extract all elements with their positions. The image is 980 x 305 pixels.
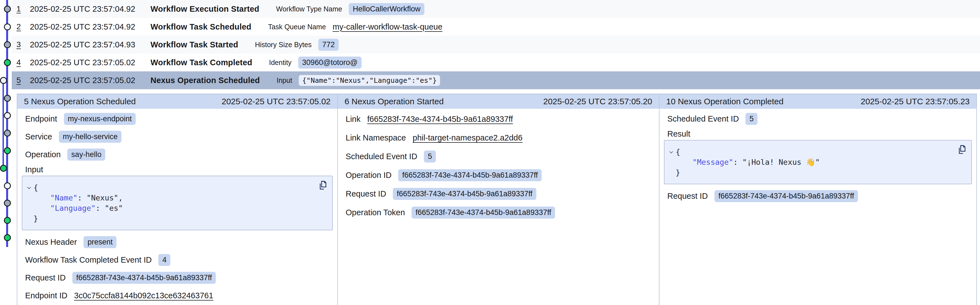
panel-nexus-operation-completed: 10 Nexus Operation Completed 2025-02-25 … [659, 94, 977, 305]
timeline-event-dot[interactable] [4, 217, 11, 224]
field-service: Service my-hello-service [25, 128, 329, 145]
field-label: Link [346, 115, 360, 124]
field-value-badge: f665283f-743e-4374-b45b-9a61a89337ff [72, 272, 216, 284]
panel-title: 6 Nexus Operation Started [345, 97, 444, 106]
field-label: Endpoint [25, 114, 57, 123]
field-value-badge: 5 [746, 113, 757, 125]
event-timestamp: 2025-02-25 UTC 23:57:05.02 [30, 58, 147, 67]
link-value[interactable]: f665283f-743e-4374-b45b-9a61a89337ff [367, 115, 513, 124]
timeline-event-dot[interactable] [4, 6, 11, 13]
timeline-event-dot[interactable] [4, 200, 11, 207]
result-json-viewer: { "Message": "¡Hola! Nexus 👋" } [664, 140, 972, 184]
event-id-link[interactable]: 1 [16, 5, 26, 13]
event-input-json-badge: {"Name":"Nexus","Language":"es"} [299, 75, 440, 86]
panel-header: 5 Nexus Operation Scheduled 2025-02-25 U… [18, 94, 337, 109]
result-section-label: Result [667, 128, 969, 140]
event-name: Workflow Task Scheduled [151, 22, 251, 32]
event-timestamp: 2025-02-25 UTC 23:57:04.92 [30, 22, 147, 32]
timeline-event-dot[interactable] [4, 182, 11, 189]
event-name: Workflow Task Started [151, 40, 238, 49]
link-namespace-link[interactable]: phil-target-namespace2.a2dd6 [413, 133, 522, 142]
event-row-2[interactable]: 2 2025-02-25 UTC 23:57:04.92 Workflow Ta… [12, 18, 980, 36]
field-label: Nexus Header [25, 237, 77, 247]
copy-icon[interactable] [957, 144, 967, 156]
field-operation-id: Operation ID f665283f-743e-4374-b45b-9a6… [346, 166, 651, 185]
timeline-event-dot[interactable] [4, 130, 11, 137]
field-nexus-header: Nexus Header present [25, 233, 329, 251]
event-attr-label: History Size Bytes [255, 41, 312, 49]
timeline-event-dot[interactable] [0, 165, 7, 172]
event-row-5-selected[interactable]: 5 2025-02-25 UTC 23:57:05.02 Nexus Opera… [12, 71, 980, 89]
event-attr-label: Input [277, 76, 292, 84]
field-label: Service [25, 132, 52, 141]
json-brace: } [676, 168, 680, 177]
event-attr-value-badge: 30960@totoro@ [298, 57, 361, 69]
field-request-id: Request ID f665283f-743e-4374-b45b-9a61a… [25, 269, 329, 287]
field-value-badge: f665283f-743e-4374-b45b-9a61a89337ff [714, 190, 858, 202]
panel-title: 10 Nexus Operation Completed [666, 97, 783, 106]
field-value-badge: f665283f-743e-4374-b45b-9a61a89337ff [412, 207, 555, 218]
field-value-badge: say-hello [67, 149, 105, 161]
panel-timestamp: 2025-02-25 UTC 23:57:05.20 [543, 97, 652, 106]
field-value-badge: 5 [424, 150, 436, 163]
event-row-4[interactable]: 4 2025-02-25 UTC 23:57:05.02 Workflow Ta… [12, 54, 980, 71]
field-label: Request ID [346, 189, 386, 199]
chevron-down-icon[interactable] [26, 185, 32, 191]
field-link: Link f665283f-743e-4374-b45b-9a61a89337f… [346, 110, 651, 128]
event-attr-label: Task Queue Name [268, 23, 326, 31]
field-operation: Operation say-hello [25, 145, 329, 163]
event-attr-label: Workflow Type Name [276, 5, 342, 13]
event-row-3[interactable]: 3 2025-02-25 UTC 23:57:04.93 Workflow Ta… [12, 36, 980, 54]
event-id-link[interactable]: 2 [16, 22, 26, 31]
event-timestamp: 2025-02-25 UTC 23:57:04.93 [30, 40, 147, 49]
timeline-event-dot[interactable] [4, 59, 11, 66]
field-label: Scheduled Event ID [346, 152, 417, 161]
timeline-event-dot[interactable] [4, 112, 11, 119]
field-label: Operation [25, 150, 60, 159]
field-endpoint: Endpoint my-nexus-endpoint [25, 110, 329, 128]
field-label: Scheduled Event ID [667, 114, 739, 123]
field-endpoint-id: Endpoint ID 3c0c75ccfa8144b092c13ce63246… [25, 287, 329, 305]
endpoint-id-link[interactable]: 3c0c75ccfa8144b092c13ce632463761 [74, 291, 213, 300]
timeline-event-dot[interactable] [0, 77, 7, 84]
timeline-event-dot[interactable] [4, 234, 11, 241]
event-attr-value-badge: 772 [318, 39, 339, 51]
event-id-link[interactable]: 3 [16, 40, 26, 49]
timeline-event-dot[interactable] [4, 24, 11, 30]
json-value: : "¡Hola! Nexus 👋" [733, 158, 820, 166]
field-scheduled-event-id: Scheduled Event ID 5 [346, 147, 651, 166]
panel-timestamp: 2025-02-25 UTC 23:57:05.23 [861, 97, 970, 106]
event-id-link[interactable]: 5 [16, 76, 26, 85]
field-value-badge: 4 [158, 254, 170, 266]
field-value-badge: f665283f-743e-4374-b45b-9a61a89337ff [398, 169, 542, 181]
event-name: Nexus Operation Scheduled [151, 76, 260, 85]
field-value-badge: present [83, 236, 116, 248]
event-attr-value-badge: HelloCallerWorkflow [349, 3, 425, 15]
task-queue-link[interactable]: my-caller-workflow-task-queue [332, 22, 442, 32]
chevron-down-icon[interactable] [668, 149, 675, 156]
field-label: Operation ID [346, 171, 391, 180]
copy-icon[interactable] [318, 180, 328, 191]
event-name: Workflow Execution Started [151, 5, 259, 14]
field-workflow-task-completed-event-id: Workflow Task Completed Event ID 4 [25, 251, 329, 269]
event-timestamp: 2025-02-25 UTC 23:57:05.02 [30, 76, 147, 85]
json-brace: { [33, 183, 38, 192]
field-label: Request ID [667, 191, 708, 201]
field-request-id: Request ID f665283f-743e-4374-b45b-9a61a… [667, 187, 969, 205]
timeline-main-line [6, 0, 8, 247]
field-label: Link Namespace [346, 133, 406, 142]
field-value-badge: f665283f-743e-4374-b45b-9a61a89337ff [393, 188, 536, 200]
timeline-event-dot[interactable] [4, 95, 11, 102]
input-section-label: Input [25, 163, 329, 175]
field-label: Request ID [25, 273, 65, 283]
event-attr-label: Identity [269, 58, 291, 66]
event-id-link[interactable]: 4 [16, 58, 26, 67]
field-scheduled-event-id: Scheduled Event ID 5 [667, 110, 969, 128]
json-value: : "es" [96, 204, 123, 212]
panel-header: 6 Nexus Operation Started 2025-02-25 UTC… [338, 94, 659, 109]
event-history-list: 1 2025-02-25 UTC 23:57:04.92 Workflow Ex… [12, 0, 980, 89]
event-row-1[interactable]: 1 2025-02-25 UTC 23:57:04.92 Workflow Ex… [12, 0, 980, 18]
timeline-event-dot[interactable] [4, 147, 11, 154]
json-value: : "Nexus", [78, 193, 123, 202]
timeline-event-dot[interactable] [4, 41, 11, 48]
